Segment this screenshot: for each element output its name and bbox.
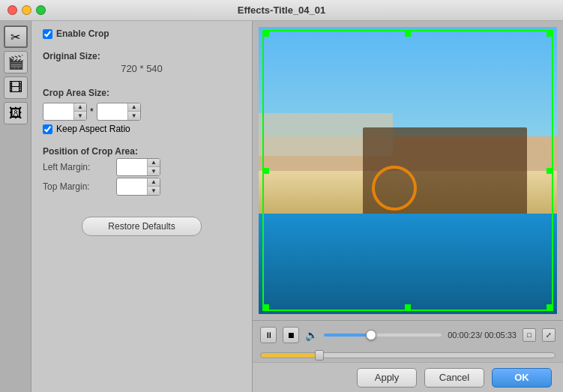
crop-area-row: 621 ▲ ▼ * 467 ▲ ▼	[43, 103, 241, 121]
crop-width-arrows: ▲ ▼	[73, 103, 86, 120]
crop-width-input[interactable]: 621	[43, 105, 73, 118]
crop-height-up[interactable]: ▲	[128, 103, 140, 112]
enable-crop-row: Enable Crop	[43, 28, 241, 39]
time-current: 00:00:23	[448, 331, 480, 340]
keep-aspect-label: Keep Aspect Ratio	[56, 124, 130, 134]
seek-bar-row	[253, 349, 563, 362]
apply-button[interactable]: Apply	[357, 368, 417, 388]
top-margin-up[interactable]: ▲	[148, 178, 160, 187]
video-area	[259, 27, 557, 314]
top-margin-down[interactable]: ▼	[148, 187, 160, 195]
original-size-value: 720 * 540	[43, 63, 241, 74]
time-sep: /	[480, 331, 482, 340]
keep-aspect-checkbox[interactable]	[43, 124, 52, 134]
ocean	[259, 214, 557, 314]
main-container: ✂ 🎬 🎞 🖼 Enable Crop Original Size: 720 *…	[0, 21, 563, 392]
image-icon: 🖼	[9, 106, 22, 121]
maximize-button[interactable]	[36, 5, 46, 15]
beach-scene	[259, 27, 557, 314]
left-margin-spinbox: 74 ▲ ▼	[116, 158, 160, 176]
right-panel: ⏸ ⏹ 🔊 00:00:23/ 00:05:33 □ ⤢	[253, 21, 563, 392]
original-size-label: Original Size:	[43, 51, 241, 61]
left-margin-down[interactable]: ▼	[148, 167, 160, 175]
top-margin-arrows: ▲ ▼	[147, 178, 160, 195]
crop-area-section: Crop Area Size: 621 ▲ ▼ * 467 ▲ ▼	[43, 85, 241, 134]
minimize-button[interactable]	[22, 5, 31, 15]
crop-width-up[interactable]: ▲	[74, 103, 86, 112]
seek-thumb	[315, 350, 324, 361]
pause-icon: ⏸	[265, 331, 273, 340]
fullscreen-button[interactable]: □	[523, 328, 536, 342]
position-section: Position of Crop Area: Left Margin: 74 ▲…	[43, 140, 241, 196]
time-total: 00:05:33	[484, 331, 517, 340]
enable-crop-checkbox[interactable]	[43, 29, 52, 39]
ok-button[interactable]: OK	[492, 368, 552, 388]
controls-bar: ⏸ ⏹ 🔊 00:00:23/ 00:05:33 □ ⤢	[253, 320, 563, 349]
window-title: Effects-Title_04_01	[238, 4, 326, 16]
slider-thumb	[366, 330, 376, 340]
top-margin-input[interactable]: 55	[117, 180, 147, 193]
sidebar-item-scissors[interactable]: ✂	[4, 25, 28, 48]
cancel-button[interactable]: Cancel	[424, 368, 484, 388]
ferris-wheel	[372, 166, 417, 211]
crop-area-label: Crop Area Size:	[43, 88, 241, 98]
position-label: Position of Crop Area:	[43, 146, 241, 157]
crop-height-arrows: ▲ ▼	[127, 103, 140, 120]
expand-button[interactable]: ⤢	[542, 328, 556, 342]
expand-icon: ⤢	[546, 331, 552, 339]
seek-bar[interactable]	[260, 352, 556, 358]
bottom-bar: Apply Cancel OK	[253, 362, 563, 392]
crop-height-spinbox: 467 ▲ ▼	[97, 103, 141, 121]
close-button[interactable]	[7, 5, 17, 15]
stop-icon: ⏹	[287, 331, 295, 340]
original-size-section: Original Size: 720 * 540	[43, 48, 241, 79]
pause-button[interactable]: ⏸	[260, 327, 277, 343]
top-margin-row: Top Margin: 55 ▲ ▼	[43, 178, 241, 196]
top-margin-spinbox: 55 ▲ ▼	[116, 178, 160, 196]
crop-height-down[interactable]: ▼	[128, 112, 140, 120]
left-margin-up[interactable]: ▲	[148, 159, 160, 167]
film-icon: 🎞	[9, 80, 22, 96]
crop-height-input[interactable]: 467	[97, 105, 127, 118]
sidebar-item-video[interactable]: 🎬	[4, 51, 28, 73]
sidebar: ✂ 🎬 🎞 🖼	[0, 21, 31, 392]
fullscreen-icon: □	[527, 331, 531, 339]
stop-button[interactable]: ⏹	[283, 327, 299, 343]
keep-aspect-row: Keep Aspect Ratio	[43, 124, 241, 134]
left-margin-label: Left Margin:	[43, 162, 110, 172]
top-margin-label: Top Margin:	[43, 181, 110, 192]
left-margin-row: Left Margin: 74 ▲ ▼	[43, 158, 241, 176]
left-margin-arrows: ▲ ▼	[147, 159, 160, 175]
crop-width-down[interactable]: ▼	[74, 112, 86, 120]
title-bar: Effects-Title_04_01	[0, 0, 563, 21]
crop-width-spinbox: 621 ▲ ▼	[43, 103, 87, 121]
scissors-icon: ✂	[10, 30, 20, 44]
enable-crop-label: Enable Crop	[56, 28, 109, 39]
time-display: 00:00:23/ 00:05:33	[448, 331, 517, 340]
sidebar-item-film[interactable]: 🎞	[4, 76, 28, 99]
multiply-symbol: *	[90, 106, 94, 117]
sidebar-item-image[interactable]: 🖼	[4, 102, 28, 124]
left-panel: Enable Crop Original Size: 720 * 540 Cro…	[31, 21, 253, 392]
restore-defaults-button[interactable]: Restore Defaults	[82, 217, 202, 236]
window-controls	[7, 5, 46, 15]
progress-slider[interactable]	[324, 334, 442, 337]
video-icon: 🎬	[7, 54, 24, 70]
volume-icon[interactable]: 🔊	[305, 329, 318, 341]
left-margin-input[interactable]: 74	[117, 160, 147, 174]
